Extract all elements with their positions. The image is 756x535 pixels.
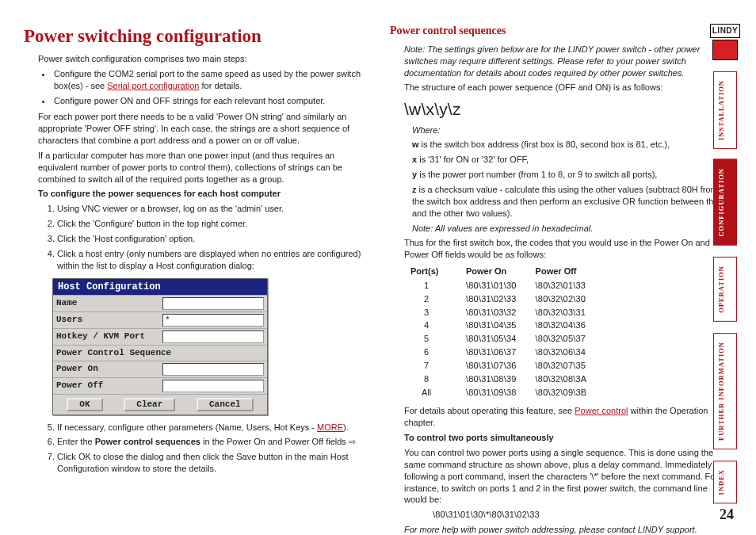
cell-port: 8 (410, 373, 466, 386)
side-tabs: LINDY INSTALLATION CONFIGURATION OPERATI… (708, 24, 742, 503)
cell-power-on: \80\31\01\30 (466, 279, 536, 292)
cell-power-on: \80\31\05\34 (466, 332, 536, 346)
cell-port: 5 (410, 332, 466, 346)
note-text: Note: All values are expressed in hexade… (412, 223, 732, 235)
step-item: Click the 'Host configuration' option. (57, 233, 366, 245)
cell-power-on: \80\31\09\38 (466, 386, 536, 399)
step-item: Click a host entry (only numbers are dis… (57, 248, 366, 272)
field-label-name: Name (53, 296, 162, 311)
name-input[interactable] (162, 297, 264, 310)
field-label-hotkey: Hotkey / KVM Port (53, 329, 162, 344)
power-codes-table: Port(s) Power On Power Off 1\80\31\01\30… (410, 264, 605, 399)
where-item: z is a checksum value - calculate this u… (412, 184, 732, 220)
step-item: Enter the Power control sequences in the… (57, 436, 366, 448)
table-row: 5\80\31\05\34\80\32\05\37 (410, 332, 605, 346)
left-column: Power switching configuration Power swit… (24, 24, 366, 535)
step-item: If necessary, configure other parameters… (57, 422, 366, 434)
cell-power-off: \80\32\03\31 (536, 306, 606, 319)
paragraph: If a particular computer has more than o… (38, 150, 366, 185)
section-heading: Power control sequences (390, 24, 732, 39)
cell-power-on: \80\31\06\37 (466, 346, 536, 359)
link-more[interactable]: MORE (317, 422, 343, 432)
paragraph: For each power port there needs to be a … (38, 111, 366, 147)
th-port: Port(s) (410, 264, 466, 279)
users-input[interactable]: * (162, 314, 264, 327)
cell-power-on: \80\31\08\39 (466, 373, 536, 386)
host-config-dialog: Host Configuration Name Users * Hotkey /… (52, 278, 268, 415)
note-text: Note: The settings given below are for t… (404, 44, 732, 79)
cell-power-off: \80\32\02\30 (536, 292, 606, 306)
where-item: x is '31' for ON or '32' for OFF, (412, 154, 732, 166)
step-item: Using VNC viewer or a browser, log on as… (57, 203, 366, 215)
cell-port: 2 (410, 292, 466, 306)
table-row: 3\80\31\03\32\80\32\03\31 (410, 306, 605, 319)
cell-power-off: \80\32\06\34 (536, 346, 606, 359)
table-row: 2\80\31\02\33\80\32\02\30 (410, 292, 605, 306)
cell-power-on: \80\31\07\36 (466, 359, 536, 373)
tab-installation[interactable]: INSTALLATION (713, 71, 737, 149)
step-item: Click OK to close the dialog and then cl… (57, 451, 366, 475)
cell-port: 1 (410, 279, 466, 292)
cell-power-on: \80\31\02\33 (466, 292, 536, 306)
table-row: All\80\31\09\38\80\32\09\3B (410, 386, 605, 399)
page-title: Power switching configuration (24, 24, 366, 48)
intro-text: Power switch configuration comprises two… (38, 53, 366, 65)
link-power-control[interactable]: Power control (575, 406, 628, 415)
where-item: w is the switch box address (first box i… (412, 139, 732, 151)
tab-configuration[interactable]: CONFIGURATION (713, 159, 737, 246)
tab-index[interactable]: INDEX (713, 460, 737, 503)
sub-heading: To configure the power sequences for eac… (38, 188, 366, 200)
paragraph: You can control two power ports using a … (404, 447, 732, 506)
cell-port: 7 (410, 359, 466, 373)
command-example: \80\31\01\30\*\80\31\02\33 (433, 509, 732, 521)
cell-port: All (410, 386, 466, 399)
where-item: y is the power port number (from 1 to 8,… (412, 169, 732, 181)
tab-operation[interactable]: OPERATION (713, 257, 737, 322)
tab-further-information[interactable]: FURTHER INFORMATION (713, 333, 737, 449)
cell-port: 3 (410, 306, 466, 319)
cell-port: 4 (410, 319, 466, 332)
cell-power-off: \80\32\08\3A (536, 373, 606, 386)
paragraph: The structure of each power sequence (OF… (404, 82, 732, 94)
logo-square-icon (712, 40, 738, 60)
table-row: 1\80\31\01\30\80\32\01\33 (410, 279, 605, 292)
table-row: 6\80\31\06\37\80\32\06\34 (410, 346, 605, 359)
page-number: 24 (720, 505, 734, 524)
field-label-pcs: Power Control Sequence (53, 346, 267, 361)
power-off-input[interactable] (162, 380, 264, 392)
table-row: 7\80\31\07\36\80\32\07\35 (410, 359, 605, 373)
step-item: Click the 'Configure' button in the top … (57, 218, 366, 230)
field-label-power-on: Power On (53, 361, 162, 376)
paragraph: Thus for the first switch box, the codes… (404, 237, 732, 261)
lindy-logo: LINDY (708, 24, 742, 60)
paragraph: For details about operating this feature… (404, 405, 732, 429)
field-label-power-off: Power Off (53, 378, 162, 393)
table-row: 4\80\31\04\35\80\32\04\36 (410, 319, 605, 332)
cell-power-off: \80\32\05\37 (536, 332, 606, 346)
sequence-format: \w\x\y\z (404, 98, 732, 120)
clear-button[interactable]: Clear (124, 398, 175, 411)
help-text: For more help with power switch addressi… (404, 524, 732, 535)
cell-power-off: \80\32\09\3B (536, 386, 606, 399)
ok-button[interactable]: OK (67, 398, 102, 411)
bullet-item: Configure power ON and OFF strings for e… (52, 95, 366, 107)
cancel-button[interactable]: Cancel (197, 398, 254, 411)
cell-port: 6 (410, 346, 466, 359)
cell-power-off: \80\32\01\33 (536, 279, 606, 292)
power-on-input[interactable] (162, 363, 264, 376)
th-power-off: Power Off (536, 264, 606, 279)
cell-power-on: \80\31\03\32 (466, 306, 536, 319)
th-power-on: Power On (466, 264, 536, 279)
cell-power-on: \80\31\04\35 (466, 319, 536, 332)
bullet-item: Configure the COM2 serial port to the sa… (52, 68, 366, 92)
dialog-title: Host Configuration (53, 279, 267, 295)
link-serial-port-config[interactable]: Serial port configuration (107, 81, 199, 90)
field-label-users: Users (53, 312, 162, 327)
right-column: Power control sequences Note: The settin… (390, 24, 732, 535)
table-row: 8\80\31\08\39\80\32\08\3A (410, 373, 605, 386)
hotkey-input[interactable] (162, 331, 264, 343)
sub-heading: To control two ports simultaneously (404, 432, 732, 444)
cell-power-off: \80\32\07\35 (536, 359, 606, 373)
where-label: Where: (412, 124, 732, 136)
arrow-right-icon: ⇨ (349, 437, 356, 446)
